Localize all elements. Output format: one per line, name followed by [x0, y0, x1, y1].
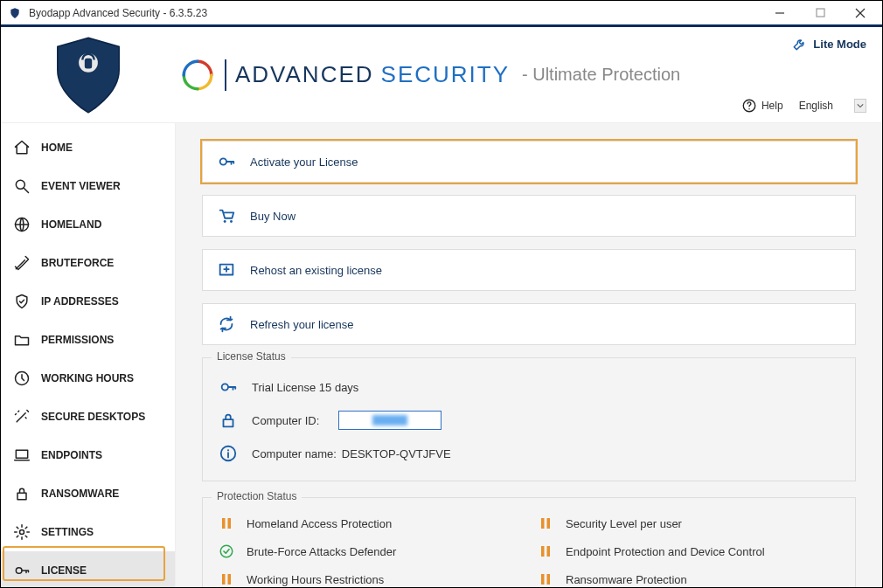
shield-check-icon	[13, 293, 31, 310]
help-button[interactable]: Help	[741, 98, 783, 114]
license-status-panel: License Status Trial License 15 days Com…	[202, 357, 856, 481]
computer-name-row: Computer name: DESKTOP-QVTJFVE	[219, 437, 839, 470]
computer-name-value: DESKTOP-QVTJFVE	[342, 447, 451, 460]
language-label: English	[799, 100, 833, 112]
info-icon	[219, 444, 238, 463]
svg-rect-26	[541, 518, 545, 529]
svg-rect-21	[224, 419, 233, 426]
svg-point-16	[220, 158, 226, 164]
sidebar-item-label: PERMISSIONS	[41, 334, 114, 346]
sidebar-item-ip-addresses[interactable]: IP ADDRESSES	[1, 282, 175, 321]
protection-item-working-hours: Working Hours Restrictions	[219, 571, 520, 587]
refresh-license-label: Refresh your license	[250, 318, 354, 331]
svg-point-7	[748, 108, 750, 110]
header-shield-area	[1, 27, 176, 122]
lite-mode-button[interactable]: Lite Mode	[716, 36, 866, 52]
rehost-license-label: Rehost an existing license	[250, 264, 382, 277]
key-icon	[217, 152, 236, 171]
language-selector[interactable]: English	[799, 99, 866, 113]
svg-point-8	[16, 180, 24, 189]
help-icon	[741, 98, 757, 114]
window-titlebar: Byodapp Advanced Security - 6.3.5.23	[1, 1, 882, 27]
sidebar-item-label: WORKING HOURS	[41, 372, 134, 384]
wrench-icon	[792, 36, 808, 52]
sidebar-item-label: LICENSE	[41, 564, 87, 577]
sidebar-item-bruteforce[interactable]: BRUTEFORCE	[1, 244, 175, 282]
svg-rect-27	[547, 518, 551, 529]
sidebar-item-home[interactable]: HOME	[1, 128, 175, 167]
brand-word-security: SECURITY	[381, 61, 510, 88]
svg-point-28	[220, 545, 233, 557]
license-status-legend: License Status	[212, 350, 291, 363]
sidebar-item-label: HOMELAND	[41, 218, 101, 231]
sidebar-item-endpoints[interactable]: ENDPOINTS	[1, 436, 175, 474]
folder-icon	[13, 331, 31, 349]
window-title: Byodapp Advanced Security - 6.3.5.23	[29, 7, 760, 19]
sidebar-item-license[interactable]: LICENSE	[1, 551, 175, 588]
window-controls	[760, 1, 880, 25]
sidebar-item-label: BRUTEFORCE	[41, 257, 114, 269]
cart-icon	[217, 206, 236, 225]
svg-rect-5	[85, 58, 92, 68]
key-icon	[13, 562, 31, 579]
svg-rect-12	[16, 450, 27, 458]
computer-id-label: Computer ID:	[252, 414, 319, 427]
protection-item-label: Endpoint Protection and Device Control	[566, 545, 765, 558]
svg-point-14	[20, 530, 24, 535]
close-button[interactable]	[840, 1, 880, 25]
protection-item-label: Brute-Force Attacks Defender	[247, 545, 396, 558]
activate-license-button[interactable]: Activate your License	[202, 141, 856, 183]
sidebar-item-secure-desktops[interactable]: SECURE DESKTOPS	[1, 398, 175, 436]
protection-item-label: Homeland Access Protection	[247, 517, 392, 530]
buy-now-button[interactable]: Buy Now	[202, 195, 856, 237]
sidebar-item-settings[interactable]: SETTINGS	[1, 513, 175, 551]
brand-shield-icon	[48, 35, 129, 115]
svg-rect-29	[541, 546, 545, 557]
sidebar-item-permissions[interactable]: PERMISSIONS	[1, 321, 175, 359]
sidebar-item-homeland[interactable]: HOMELAND	[1, 205, 175, 244]
key-icon	[219, 377, 238, 397]
search-icon	[13, 177, 31, 195]
wand-icon	[13, 408, 31, 425]
protection-item-bruteforce: Brute-Force Attacks Defender	[219, 543, 520, 559]
refresh-license-button[interactable]: Refresh your license	[202, 303, 856, 345]
sidebar-item-label: RANSOMWARE	[41, 488, 119, 500]
minimize-button[interactable]	[760, 1, 800, 25]
check-circle-icon	[219, 543, 234, 559]
svg-point-15	[16, 568, 22, 574]
computer-id-value-redacted	[372, 415, 407, 425]
svg-point-23	[227, 449, 229, 451]
lock-icon	[219, 411, 238, 430]
sidebar-item-label: IP ADDRESSES	[41, 295, 119, 308]
swords-icon	[13, 254, 31, 272]
protection-item-endpoint: Endpoint Protection and Device Control	[538, 543, 839, 559]
svg-rect-1	[817, 9, 824, 17]
app-shield-icon	[8, 6, 22, 20]
trial-license-row: Trial License 15 days	[219, 370, 839, 404]
header-right: Lite Mode Help English	[716, 27, 882, 122]
pause-icon	[538, 571, 553, 587]
svg-line-9	[24, 189, 29, 193]
sidebar-item-working-hours[interactable]: WORKING HOURS	[1, 359, 175, 398]
protection-status-legend: Protection Status	[212, 490, 302, 502]
protection-item-label: Working Hours Restrictions	[247, 573, 384, 586]
brand-text: ADVANCED SECURITY	[235, 61, 510, 88]
sidebar-item-event-viewer[interactable]: EVENT VIEWER	[1, 167, 175, 205]
app-header: ADVANCED SECURITY - Ultimate Protection …	[1, 27, 882, 123]
sidebar: HOME EVENT VIEWER HOMELAND BRUTEFORCE IP…	[1, 123, 176, 587]
sidebar-item-ransomware[interactable]: RANSOMWARE	[1, 474, 175, 513]
protection-status-grid: Homeland Access Protection Security Leve…	[219, 510, 839, 587]
protection-item-security-level: Security Level per user	[538, 515, 839, 531]
svg-rect-25	[228, 518, 232, 529]
help-label: Help	[761, 100, 783, 112]
globe-icon	[13, 216, 31, 233]
svg-rect-24	[222, 518, 226, 529]
computer-id-field[interactable]	[338, 411, 442, 430]
rehost-license-button[interactable]: Rehost an existing license	[202, 249, 856, 291]
main-content: Activate your License Buy Now Rehost an …	[176, 123, 882, 587]
maximize-button[interactable]	[800, 1, 840, 25]
svg-rect-33	[541, 574, 545, 585]
sidebar-item-label: SETTINGS	[41, 526, 94, 538]
pause-icon	[538, 515, 553, 531]
chevron-down-icon	[854, 99, 866, 113]
